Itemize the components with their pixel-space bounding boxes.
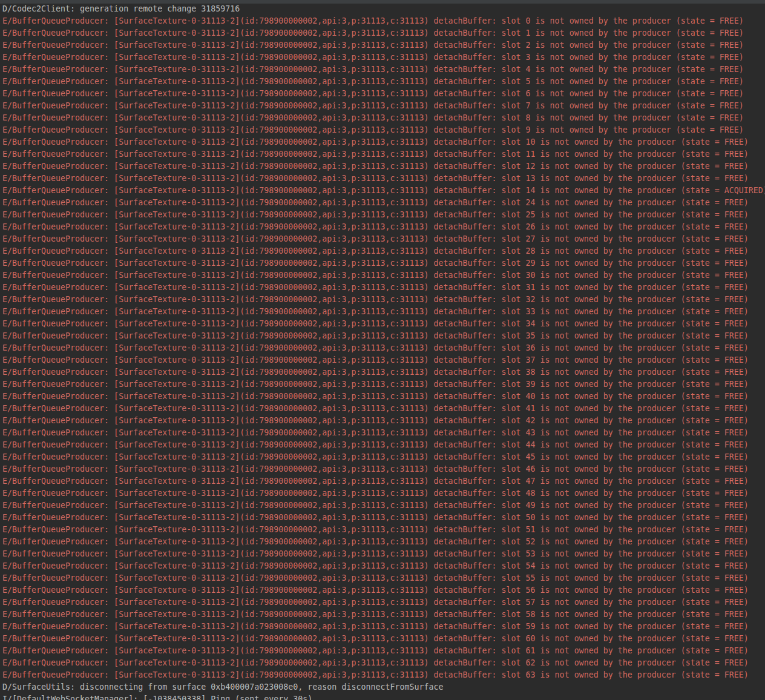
log-line: E/BufferQueueProducer: [SurfaceTexture-0… <box>2 524 765 536</box>
log-line: E/BufferQueueProducer: [SurfaceTexture-0… <box>2 584 765 596</box>
log-line: E/BufferQueueProducer: [SurfaceTexture-0… <box>2 233 765 245</box>
log-line: E/BufferQueueProducer: [SurfaceTexture-0… <box>2 439 765 451</box>
log-line: E/BufferQueueProducer: [SurfaceTexture-0… <box>2 76 765 88</box>
log-line: D/Codec2Client: generation remote change… <box>2 3 765 15</box>
log-line: E/BufferQueueProducer: [SurfaceTexture-0… <box>2 306 765 318</box>
log-line: E/BufferQueueProducer: [SurfaceTexture-0… <box>2 596 765 609</box>
log-line: E/BufferQueueProducer: [SurfaceTexture-0… <box>2 51 765 64</box>
log-line: E/BufferQueueProducer: [SurfaceTexture-0… <box>2 427 765 439</box>
log-line: E/BufferQueueProducer: [SurfaceTexture-0… <box>2 609 765 621</box>
log-line: E/BufferQueueProducer: [SurfaceTexture-0… <box>2 27 765 39</box>
log-line: E/BufferQueueProducer: [SurfaceTexture-0… <box>2 415 765 427</box>
log-line: E/BufferQueueProducer: [SurfaceTexture-0… <box>2 197 765 209</box>
log-line: E/BufferQueueProducer: [SurfaceTexture-0… <box>2 512 765 524</box>
log-line: E/BufferQueueProducer: [SurfaceTexture-0… <box>2 536 765 548</box>
log-line: E/BufferQueueProducer: [SurfaceTexture-0… <box>2 548 765 560</box>
log-line: E/BufferQueueProducer: [SurfaceTexture-0… <box>2 136 765 148</box>
log-line: E/BufferQueueProducer: [SurfaceTexture-0… <box>2 403 765 415</box>
log-line: E/BufferQueueProducer: [SurfaceTexture-0… <box>2 330 765 342</box>
log-line: E/BufferQueueProducer: [SurfaceTexture-0… <box>2 318 765 330</box>
log-line: E/BufferQueueProducer: [SurfaceTexture-0… <box>2 269 765 282</box>
log-line: E/BufferQueueProducer: [SurfaceTexture-0… <box>2 378 765 391</box>
log-line: E/BufferQueueProducer: [SurfaceTexture-0… <box>2 391 765 403</box>
log-line: E/BufferQueueProducer: [SurfaceTexture-0… <box>2 451 765 463</box>
log-line: E/BufferQueueProducer: [SurfaceTexture-0… <box>2 645 765 657</box>
log-line: E/BufferQueueProducer: [SurfaceTexture-0… <box>2 221 765 233</box>
log-line: E/BufferQueueProducer: [SurfaceTexture-0… <box>2 572 765 584</box>
log-line: E/BufferQueueProducer: [SurfaceTexture-0… <box>2 366 765 378</box>
log-line: E/BufferQueueProducer: [SurfaceTexture-0… <box>2 354 765 366</box>
log-line: E/BufferQueueProducer: [SurfaceTexture-0… <box>2 487 765 500</box>
log-line: E/BufferQueueProducer: [SurfaceTexture-0… <box>2 39 765 51</box>
log-line: E/BufferQueueProducer: [SurfaceTexture-0… <box>2 342 765 354</box>
log-line: E/BufferQueueProducer: [SurfaceTexture-0… <box>2 500 765 512</box>
log-line: E/BufferQueueProducer: [SurfaceTexture-0… <box>2 463 765 475</box>
log-line: E/BufferQueueProducer: [SurfaceTexture-0… <box>2 669 765 681</box>
log-line: E/BufferQueueProducer: [SurfaceTexture-0… <box>2 148 765 160</box>
log-line: E/BufferQueueProducer: [SurfaceTexture-0… <box>2 124 765 136</box>
log-line: E/BufferQueueProducer: [SurfaceTexture-0… <box>2 560 765 572</box>
log-line: I/[DefaultWebSocketManager]: [-103845033… <box>2 693 765 700</box>
log-line: E/BufferQueueProducer: [SurfaceTexture-0… <box>2 100 765 112</box>
log-line: E/BufferQueueProducer: [SurfaceTexture-0… <box>2 112 765 124</box>
log-line: E/BufferQueueProducer: [SurfaceTexture-0… <box>2 294 765 306</box>
log-line: E/BufferQueueProducer: [SurfaceTexture-0… <box>2 245 765 257</box>
log-line: E/BufferQueueProducer: [SurfaceTexture-0… <box>2 657 765 669</box>
logcat-console[interactable]: D/Codec2Client: generation remote change… <box>0 3 765 700</box>
log-line: E/BufferQueueProducer: [SurfaceTexture-0… <box>2 88 765 100</box>
log-line: E/BufferQueueProducer: [SurfaceTexture-0… <box>2 173 765 185</box>
log-line: D/SurfaceUtils: disconnecting from surfa… <box>2 681 765 693</box>
log-line: E/BufferQueueProducer: [SurfaceTexture-0… <box>2 282 765 294</box>
log-line: E/BufferQueueProducer: [SurfaceTexture-0… <box>2 160 765 173</box>
log-line: E/BufferQueueProducer: [SurfaceTexture-0… <box>2 64 765 76</box>
log-line: E/BufferQueueProducer: [SurfaceTexture-0… <box>2 15 765 27</box>
log-line: E/BufferQueueProducer: [SurfaceTexture-0… <box>2 209 765 221</box>
log-line: E/BufferQueueProducer: [SurfaceTexture-0… <box>2 257 765 269</box>
log-line: E/BufferQueueProducer: [SurfaceTexture-0… <box>2 475 765 487</box>
log-line: E/BufferQueueProducer: [SurfaceTexture-0… <box>2 633 765 645</box>
log-line: E/BufferQueueProducer: [SurfaceTexture-0… <box>2 185 765 197</box>
log-line: E/BufferQueueProducer: [SurfaceTexture-0… <box>2 621 765 633</box>
